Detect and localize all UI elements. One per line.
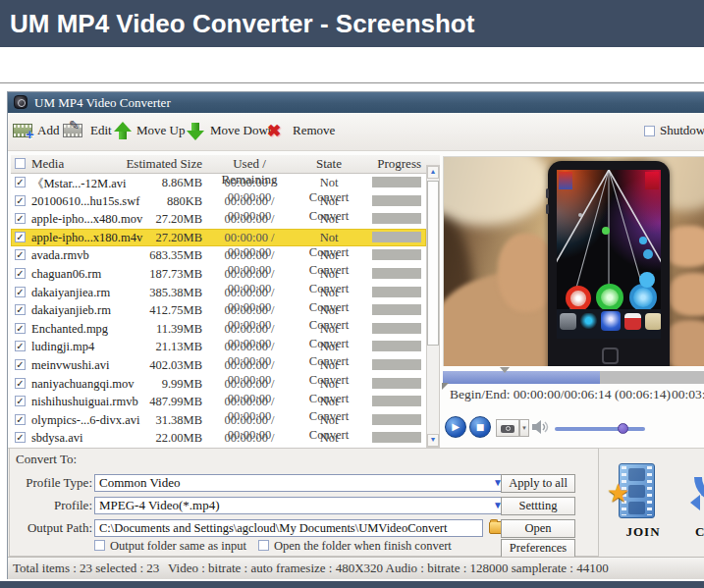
move-up-button[interactable]: Move Up: [136, 123, 185, 138]
progress-bar: [372, 287, 421, 297]
move-down-button[interactable]: Move Down: [210, 123, 274, 138]
estimated-size: 8.86MB: [119, 176, 202, 190]
row-checkbox[interactable]: ✓: [15, 195, 26, 206]
scroll-up-icon[interactable]: ▲: [427, 166, 439, 179]
progress-bar: [372, 195, 421, 206]
row-checkbox[interactable]: ✓: [15, 287, 26, 297]
app-icon-row: [557, 309, 661, 339]
column-state[interactable]: State: [298, 156, 359, 172]
row-checkbox[interactable]: ✓: [15, 432, 26, 443]
add-button[interactable]: Add: [37, 123, 59, 138]
row-checkbox[interactable]: ✓: [15, 177, 26, 187]
phone-volume-button: [546, 204, 549, 214]
row-checkbox[interactable]: ✓: [15, 249, 26, 260]
column-media[interactable]: Media: [31, 156, 64, 172]
stop-button[interactable]: ■: [469, 416, 491, 438]
output-folder-same-checkbox[interactable]: Output folder same as input: [94, 539, 246, 554]
profile-type-select[interactable]: Common Video ▼: [94, 474, 507, 492]
begin-end-label: Begin/End: 00:00:00/00:06:14 (00:06:14): [450, 387, 671, 402]
app-icon-1: [560, 313, 576, 330]
file-row[interactable]: ✓sbdysa.avi22.00MB00:00:00 / 00:00:00Not…: [11, 429, 426, 448]
remove-button[interactable]: Remove: [293, 123, 335, 138]
status-encode-info: Video : bitrate : auto framesize : 480X3…: [168, 561, 609, 576]
move-down-icon[interactable]: [187, 122, 204, 140]
file-row[interactable]: ✓apple-ipho...x480.mov27.20MB00:00:00 / …: [11, 210, 426, 229]
row-checkbox[interactable]: ✓: [15, 268, 26, 279]
file-row[interactable]: ✓meinvwushi.avi402.03MB00:00:00 / 00:00:…: [11, 356, 426, 375]
open-folder-finish-checkbox[interactable]: Open the folder when finish convert: [258, 539, 452, 554]
snapshot-button[interactable]: [496, 419, 519, 437]
select-all-checkbox[interactable]: [15, 158, 26, 169]
window-title: UM MP4 Video Converter: [34, 92, 171, 113]
estimated-size: 487.99MB: [119, 395, 202, 409]
volume-knob[interactable]: [618, 423, 628, 434]
volume-slider[interactable]: [555, 427, 645, 431]
file-row[interactable]: ✓naniyachuangqi.mov9.99MB00:00:00 / 00:0…: [11, 375, 426, 394]
move-up-icon[interactable]: [114, 122, 132, 140]
file-row[interactable]: ✓dakaiyanjieb.rm412.75MB00:00:00 / 00:00…: [11, 301, 426, 320]
setting-button[interactable]: Settting: [501, 497, 575, 515]
row-checkbox[interactable]: ✓: [15, 378, 26, 389]
preferences-button[interactable]: Preferences: [501, 539, 575, 558]
current-time-label: 00:03:: [672, 387, 704, 402]
file-row[interactable]: ✓chaguan06.rm187.73MB00:00:00 / 00:00:00…: [11, 265, 426, 284]
file-list: Media Estimated Size Used / Remaining St…: [11, 155, 440, 448]
row-checkbox[interactable]: ✓: [15, 341, 26, 351]
row-checkbox[interactable]: ✓: [15, 213, 26, 224]
column-progress[interactable]: Progress: [354, 156, 421, 172]
snapshot-dropdown[interactable]: ▼: [519, 419, 529, 437]
progress-bar: [372, 323, 421, 334]
thumb: [498, 234, 555, 312]
scrollbar-thumb[interactable]: [427, 181, 439, 346]
edit-button[interactable]: Edit: [90, 123, 112, 138]
status-items-count: Total items : 23 selected : 23: [13, 561, 159, 576]
media-name: ludingji.mp4: [31, 340, 94, 354]
output-path-field[interactable]: C:\Documents and Settings\agcloud\My Doc…: [94, 519, 483, 537]
speaker-icon[interactable]: [532, 420, 549, 434]
file-row[interactable]: ✓nishihushuiguai.rmvb487.99MB00:00:00 / …: [11, 393, 426, 411]
file-row[interactable]: ✓Enchanted.mpg11.39MB00:00:00 / 00:00:00…: [11, 320, 426, 339]
app-icon-5: [645, 313, 661, 330]
row-checkbox[interactable]: ✓: [15, 414, 26, 425]
file-row[interactable]: ✓avada.rmvb683.35MB00:00:00 / 00:00:00No…: [11, 246, 426, 265]
remove-icon[interactable]: ✖: [267, 121, 281, 141]
profile-select[interactable]: MPEG-4 Video(*.mp4) ▼: [94, 497, 507, 514]
media-name: dakaiyanjiea.rm: [31, 286, 110, 300]
seek-position-marker[interactable]: [500, 367, 510, 373]
file-row[interactable]: ✓《Mstar...-12M.avi8.86MB00:00:00 / 00:00…: [11, 174, 426, 192]
progress-bar: [372, 414, 421, 425]
row-checkbox[interactable]: ✓: [15, 232, 26, 242]
row-checkbox[interactable]: ✓: [15, 396, 26, 406]
estimated-size: 22.00MB: [119, 431, 202, 446]
app-window: UM MP4 Video Converter + Add ✎ Edit Move…: [7, 91, 704, 579]
phone: [548, 161, 670, 366]
apply-to-all-button[interactable]: Apply to all: [501, 474, 575, 493]
convert-to-label: Convert To:: [16, 452, 77, 467]
estimated-size: 683.35MB: [119, 248, 202, 263]
trim-start-handle[interactable]: [442, 383, 449, 390]
file-row[interactable]: ✓20100610...hu15s.swf880KB00:00:00 / 00:…: [11, 192, 426, 211]
shutdown-checkbox[interactable]: [644, 126, 655, 136]
estimated-size: 27.20MB: [119, 212, 202, 227]
profile-type-label: Profile Type:: [14, 475, 92, 491]
play-button[interactable]: ▶: [445, 416, 466, 438]
row-checkbox[interactable]: ✓: [15, 304, 26, 315]
row-checkbox[interactable]: ✓: [15, 323, 26, 334]
file-row[interactable]: ✓olympics-...6-divx.avi31.38MB00:00:00 /…: [11, 411, 426, 430]
scroll-down-icon[interactable]: ▼: [427, 434, 439, 447]
file-row[interactable]: ✓ludingji.mp421.13MB00:00:00 / 00:00:00N…: [11, 338, 426, 356]
row-checkbox[interactable]: ✓: [15, 359, 26, 370]
add-plus-icon: +: [26, 126, 34, 142]
preview-light-blob: [443, 156, 552, 226]
convert-button[interactable]: CO: [688, 455, 704, 550]
open-button[interactable]: Open: [501, 519, 575, 538]
join-button[interactable]: ★ JOIN: [609, 455, 695, 550]
profile-type-value: Common Video: [99, 475, 180, 490]
file-list-scrollbar[interactable]: ▲ ▼: [426, 165, 440, 448]
media-name: chaguan06.rm: [31, 267, 101, 282]
column-estimated-size[interactable]: Estimated Size: [119, 156, 202, 172]
file-row[interactable]: ✓apple-ipho...x180.m4v27.20MB00:00:00 / …: [11, 229, 426, 247]
file-row[interactable]: ✓dakaiyanjiea.rm385.38MB00:00:00 / 00:00…: [11, 284, 426, 302]
window-titlebar[interactable]: UM MP4 Video Converter: [8, 92, 704, 113]
seek-bar[interactable]: [443, 371, 704, 384]
